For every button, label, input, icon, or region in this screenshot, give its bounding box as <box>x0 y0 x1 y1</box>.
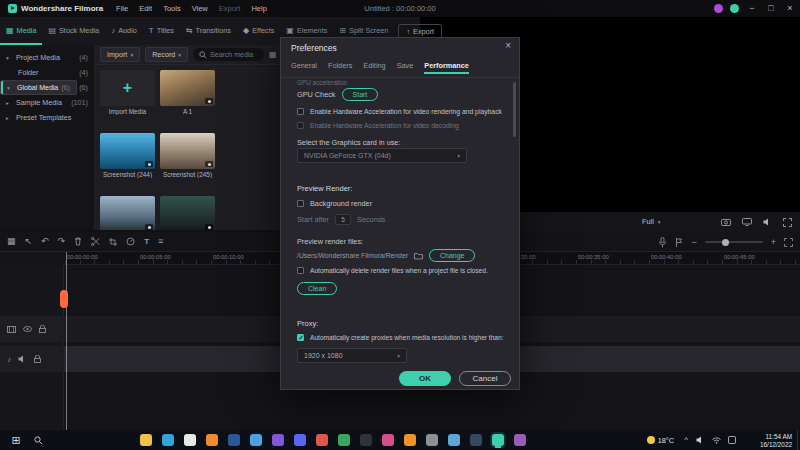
minimize-button[interactable]: − <box>746 0 758 17</box>
dialog-scrollbar[interactable] <box>513 82 516 137</box>
media-thumbnail[interactable] <box>160 133 215 169</box>
marker-flag-icon[interactable] <box>675 238 683 247</box>
second-monitor-icon[interactable] <box>742 218 752 226</box>
taskbar-app-icon[interactable] <box>470 434 482 446</box>
crop-icon[interactable] <box>109 238 117 246</box>
taskbar-app-icon[interactable] <box>338 434 350 446</box>
media-panel-toggle-icon[interactable]: ▦ <box>7 237 16 246</box>
cancel-button[interactable]: Cancel <box>459 371 511 386</box>
menu-help[interactable]: Help <box>246 2 271 15</box>
weather-widget[interactable]: 18°C <box>647 430 674 450</box>
background-render-checkbox[interactable] <box>297 200 304 207</box>
track-visibility-eye-icon[interactable] <box>23 326 32 332</box>
import-media-tile[interactable]: + <box>100 70 155 106</box>
tree-item-sample-media[interactable]: ▸ Sample Media (101) <box>0 95 94 110</box>
menu-tools[interactable]: Tools <box>158 2 186 15</box>
hw-decode-checkbox[interactable] <box>297 122 304 129</box>
pref-tab-editing[interactable]: Editing <box>363 61 385 74</box>
dialog-close-icon[interactable]: × <box>505 40 511 51</box>
music-note-icon[interactable]: ♪ <box>7 355 11 364</box>
snapshot-camera-icon[interactable] <box>721 218 731 226</box>
taskbar-app-icon[interactable] <box>162 434 174 446</box>
media-thumbnail[interactable] <box>160 196 215 230</box>
tab-audio[interactable]: ♪ Audio <box>105 17 143 45</box>
search-input[interactable] <box>210 51 258 58</box>
fit-timeline-icon[interactable] <box>784 238 793 247</box>
pref-tab-general[interactable]: General <box>291 61 317 74</box>
taskbar-app-icon[interactable] <box>184 434 196 446</box>
track-mute-speaker-icon[interactable] <box>18 355 27 363</box>
pointer-tool-icon[interactable]: ↖ <box>25 237 33 246</box>
undo-icon[interactable]: ↶ <box>41 237 49 246</box>
taskbar-app-icon[interactable] <box>404 434 416 446</box>
grid-view-icon[interactable]: ▦ <box>269 50 277 59</box>
promo-icon[interactable] <box>714 4 723 13</box>
taskbar-app-filmora-active[interactable] <box>492 434 504 446</box>
import-dropdown-button[interactable]: Import ▾ <box>100 47 140 62</box>
tab-media[interactable]: ▦ Media <box>0 17 42 45</box>
fullscreen-icon[interactable] <box>783 218 792 227</box>
tab-effects[interactable]: ◆ Effects <box>237 17 280 45</box>
track-lock-icon[interactable] <box>34 355 41 363</box>
start-button[interactable]: ⊞ <box>6 430 26 450</box>
close-button[interactable]: × <box>784 0 796 17</box>
color-adjust-icon[interactable]: ≡ <box>158 237 163 246</box>
tree-item-preset-templates[interactable]: ▸ Preset Templates <box>0 110 94 125</box>
taskbar-app-icon[interactable] <box>228 434 240 446</box>
tree-item-folder[interactable]: Folder (4) <box>0 65 94 80</box>
start-after-input[interactable] <box>335 214 351 225</box>
media-search-box[interactable] <box>193 48 264 61</box>
auto-delete-checkbox[interactable] <box>297 267 304 274</box>
zoom-slider-knob[interactable] <box>722 239 729 246</box>
taskbar-app-icon[interactable] <box>294 434 306 446</box>
taskbar-app-icon[interactable] <box>448 434 460 446</box>
tray-wifi-icon[interactable] <box>712 437 721 444</box>
text-tool-icon[interactable]: T <box>144 238 149 246</box>
taskbar-clock[interactable]: 11:54 AM 16/12/2022 <box>760 433 792 449</box>
media-thumbnail[interactable] <box>100 196 155 230</box>
media-thumbnail[interactable] <box>160 70 215 106</box>
folder-browse-icon[interactable] <box>414 252 423 260</box>
graphics-card-select[interactable]: NVIDIA GeForce GTX (04d) ▾ <box>297 148 467 163</box>
menu-view[interactable]: View <box>187 2 213 15</box>
taskbar-search-icon[interactable] <box>34 436 43 445</box>
taskbar-app-icon[interactable] <box>514 434 526 446</box>
taskbar-app-icon[interactable] <box>360 434 372 446</box>
taskbar-app-icon[interactable] <box>426 434 438 446</box>
proxy-resolution-select[interactable]: 1920 x 1080 ▾ <box>297 348 407 363</box>
create-proxies-checkbox[interactable] <box>297 334 304 341</box>
menu-edit[interactable]: Edit <box>134 2 157 15</box>
menu-file[interactable]: File <box>111 2 133 15</box>
tab-titles[interactable]: T Titles <box>143 17 180 45</box>
track-lock-icon[interactable] <box>39 325 46 333</box>
pref-tab-save[interactable]: Save <box>397 61 414 74</box>
preview-zoom-dropdown[interactable]: Full ▾ <box>642 217 661 226</box>
taskbar-app-icon[interactable] <box>272 434 284 446</box>
pref-tab-folders[interactable]: Folders <box>328 61 352 74</box>
delete-icon[interactable] <box>74 237 82 246</box>
taskbar-app-icon[interactable] <box>316 434 328 446</box>
tray-action-center-icon[interactable] <box>728 436 736 444</box>
taskbar-app-icon[interactable] <box>140 434 152 446</box>
maximize-button[interactable]: □ <box>765 0 777 17</box>
taskbar-app-icon[interactable] <box>250 434 262 446</box>
timeline-zoom-slider[interactable] <box>705 241 763 243</box>
playhead[interactable] <box>66 252 67 430</box>
hidden-icons-chevron[interactable]: ^ <box>684 430 688 450</box>
tab-stock-media[interactable]: ▤ Stock Media <box>42 17 105 45</box>
speed-icon[interactable] <box>126 237 135 246</box>
redo-icon[interactable]: ↷ <box>58 237 66 246</box>
media-thumbnail[interactable] <box>100 133 155 169</box>
zoom-out-icon[interactable]: − <box>691 238 696 247</box>
change-path-button[interactable]: Change <box>429 249 476 262</box>
tab-transitions[interactable]: ⇆ Transitions <box>180 17 237 45</box>
gpu-check-start-button[interactable]: Start <box>342 88 379 101</box>
record-dropdown-button[interactable]: Record ▾ <box>145 47 188 62</box>
split-scissors-icon[interactable] <box>91 237 100 246</box>
ok-button[interactable]: OK <box>399 371 451 386</box>
taskbar-app-icon[interactable] <box>382 434 394 446</box>
clean-button[interactable]: Clean <box>297 282 337 295</box>
account-icon[interactable] <box>730 4 739 13</box>
tree-item-project-media[interactable]: ▾ Project Media (4) <box>0 50 94 65</box>
volume-icon[interactable] <box>763 218 772 226</box>
